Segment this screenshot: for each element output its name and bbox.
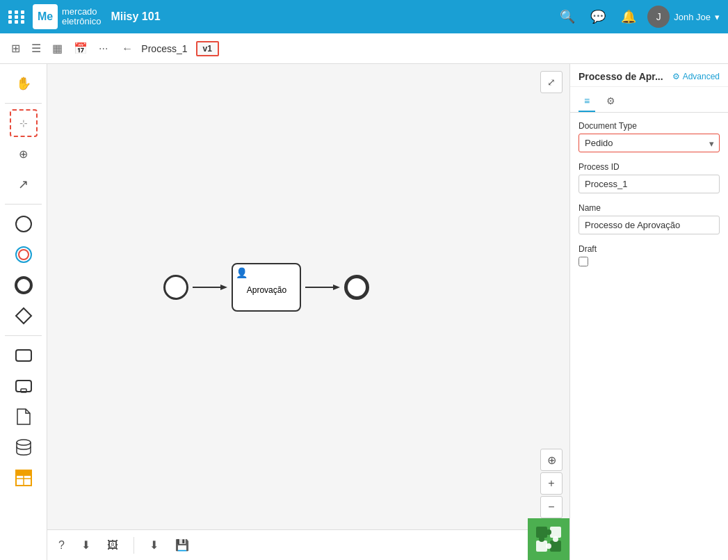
svg-rect-18 (550, 527, 561, 538)
svg-point-24 (539, 536, 544, 542)
subprocess-tool[interactable] (10, 372, 38, 400)
selection-tool[interactable]: ⊹ (10, 109, 38, 137)
zoom-out-button[interactable]: − (540, 496, 563, 518)
document-tool[interactable] (10, 403, 38, 431)
draft-checkbox[interactable] (579, 257, 588, 266)
process-id-field: Process ID (579, 162, 720, 193)
pan-button[interactable]: ⊕ (540, 449, 563, 471)
tab-properties[interactable]: ≡ (579, 91, 595, 112)
process-id-input[interactable] (579, 175, 720, 193)
tab-settings[interactable]: ⚙ (601, 91, 621, 112)
svg-marker-4 (16, 308, 31, 323)
panel-body: Document Type Pedido Nota Fiscal Contrat… (570, 113, 728, 277)
svg-rect-7 (21, 389, 26, 392)
main-layout: ✋ ⊹ ⊕ ↗ (0, 64, 728, 560)
grid-view-icon[interactable]: ⊞ (8, 39, 23, 58)
name-field: Name (579, 203, 720, 234)
puzzle-panel[interactable] (528, 518, 569, 560)
draft-field: Draft (579, 244, 720, 269)
calendar-view-icon[interactable]: 📅 (71, 39, 90, 58)
arrow-tool[interactable]: ↗ (10, 170, 38, 198)
svg-marker-14 (220, 285, 227, 290)
document-type-field: Document Type Pedido Nota Fiscal Contrat… (579, 121, 720, 152)
rect-tool[interactable] (10, 342, 38, 369)
double-circle-tool[interactable] (10, 241, 38, 269)
username: Jonh Joe (674, 12, 711, 22)
version-badge[interactable]: v1 (196, 41, 219, 56)
diamond-tool[interactable] (10, 302, 38, 330)
bell-icon[interactable]: 🔔 (621, 9, 636, 24)
svg-rect-20 (550, 541, 561, 552)
name-input[interactable] (579, 216, 720, 234)
breadcrumb: Process_1 (141, 43, 187, 54)
svg-rect-5 (16, 350, 31, 361)
app-title: Miisy 101 (111, 10, 160, 23)
fullscreen-button[interactable]: ⤢ (540, 71, 563, 93)
mercado-label: mercado (62, 7, 101, 17)
zoom-in-button[interactable]: + (540, 472, 563, 495)
separator (134, 537, 134, 554)
panel-header: Processo de Apr... ⚙ Advanced (570, 64, 728, 87)
help-button[interactable]: ? (54, 536, 69, 554)
svg-point-22 (553, 536, 558, 542)
more-icon[interactable]: ··· (96, 40, 111, 58)
list-view-icon[interactable]: ☰ (29, 39, 44, 58)
apps-grid-icon[interactable] (8, 10, 26, 24)
task-label: Aprovação (247, 285, 286, 295)
name-label: Name (579, 203, 720, 213)
draft-label: Draft (579, 244, 720, 254)
save-button[interactable]: 💾 (171, 536, 193, 554)
circle-start-tool[interactable] (10, 210, 38, 238)
document-type-select-wrapper: Pedido Nota Fiscal Contrato (579, 134, 720, 152)
svg-point-8 (17, 440, 31, 445)
eletro-label: eletrônico (62, 17, 101, 26)
canvas-controls: ⊕ + − (540, 449, 563, 518)
avatar: J (647, 6, 670, 28)
start-event[interactable] (163, 275, 188, 300)
canvas-area[interactable]: ⤢ 👤 Aprovação (47, 64, 569, 560)
move-tool[interactable]: ⊕ (10, 140, 38, 168)
search-icon[interactable]: 🔍 (560, 9, 575, 24)
svg-rect-10 (16, 470, 31, 476)
column-view-icon[interactable]: ▦ (49, 39, 65, 58)
secondary-navigation: ⊞ ☰ ▦ 📅 ··· ← Process_1 v1 (0, 33, 728, 64)
svg-point-0 (16, 216, 31, 232)
svg-rect-19 (536, 541, 547, 552)
settings-small-icon: ⚙ (672, 72, 680, 81)
hand-tool[interactable]: ✋ (10, 70, 38, 97)
sequence-flow-2 (305, 280, 340, 294)
panel-title: Processo de Apr... (579, 71, 663, 82)
svg-point-2 (19, 250, 29, 259)
sequence-flow-1 (193, 280, 227, 294)
chevron-down-icon: ▾ (715, 12, 720, 22)
export-button[interactable]: ⬇ (145, 536, 163, 554)
toolbar-separator-2 (5, 204, 42, 205)
toolbar-separator-3 (5, 335, 42, 336)
bold-circle-tool[interactable] (10, 271, 38, 299)
db-tool[interactable] (10, 433, 38, 461)
task-icon: 👤 (236, 267, 248, 278)
end-event[interactable] (344, 275, 369, 300)
download-button[interactable]: ⬇ (77, 536, 95, 554)
back-button[interactable]: ← (122, 42, 133, 55)
process-id-label: Process ID (579, 162, 720, 172)
user-menu[interactable]: J Jonh Joe ▾ (647, 6, 720, 28)
approval-task[interactable]: 👤 Aprovação (232, 263, 301, 312)
top-navigation: Me mercado eletrônico Miisy 101 🔍 💬 🔔 J … (0, 0, 728, 33)
svg-marker-16 (333, 285, 340, 290)
right-panel: Processo de Apr... ⚙ Advanced ≡ ⚙ Docume… (569, 64, 728, 560)
toolbar-separator-1 (5, 103, 42, 104)
svg-point-21 (546, 529, 551, 535)
image-button[interactable]: 🖼 (103, 536, 122, 554)
advanced-button[interactable]: ⚙ Advanced (672, 72, 720, 81)
flow-diagram: 👤 Aprovação (163, 263, 369, 312)
chat-icon[interactable]: 💬 (590, 9, 606, 24)
logo: Me mercado eletrônico (33, 4, 101, 29)
logo-text: mercado eletrônico (62, 7, 101, 27)
svg-rect-17 (536, 527, 547, 538)
document-type-select[interactable]: Pedido Nota Fiscal Contrato (579, 134, 720, 152)
panel-tabs: ≡ ⚙ (570, 87, 728, 113)
svg-point-3 (16, 278, 31, 293)
table-tool[interactable] (10, 464, 38, 492)
svg-point-23 (546, 543, 551, 549)
